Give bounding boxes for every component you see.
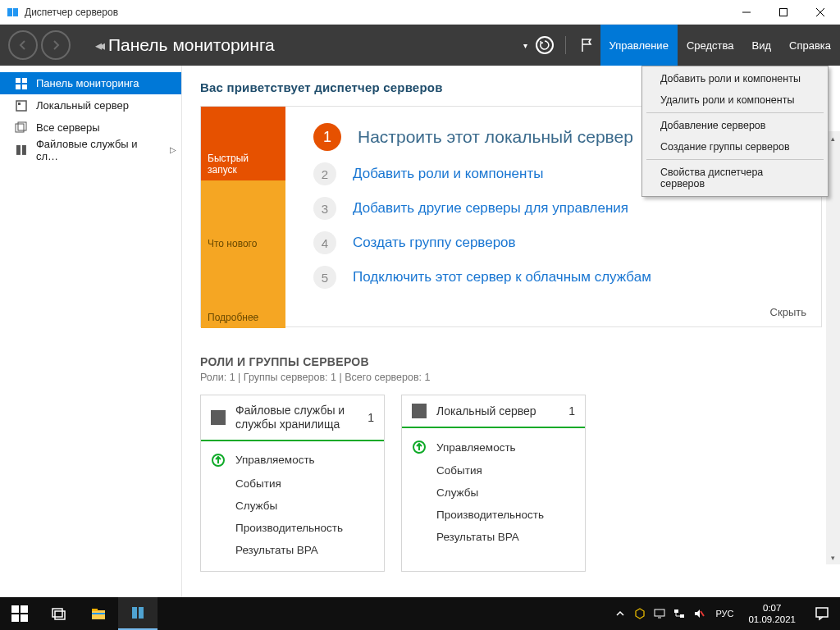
roles-heading: РОЛИ И ГРУППЫ СЕРВЕРОВ [200,355,822,368]
dropdown-create-group[interactable]: Создание группы серверов [644,136,826,158]
svg-rect-7 [22,78,27,83]
menu-help[interactable]: Справка [780,25,840,66]
action-center-button[interactable] [804,597,840,630]
servers-icon [15,121,28,135]
tile-learn-more[interactable]: Подробнее [201,254,285,328]
window-controls [728,0,838,25]
tray-up-icon[interactable] [610,597,630,630]
nav-forward-button[interactable] [41,30,71,60]
svg-rect-8 [16,84,21,89]
tray-volume-icon[interactable] [689,597,709,630]
app-icon [7,6,20,19]
scroll-down-button[interactable]: ▾ [826,550,840,564]
card-title: Файловые службы и службы хранилища [235,404,358,431]
refresh-button[interactable] [531,25,559,66]
sidebar-item-label: Локальный сервер [36,99,129,112]
clock-time: 0:07 [748,602,796,614]
tray-box-icon[interactable] [630,597,650,630]
start-button[interactable] [0,597,39,630]
step-3[interactable]: 3Добавить другие серверы для управления [313,197,813,220]
manage-dropdown-menu: Добавить роли и компоненты Удалить роли … [641,66,829,197]
maximize-button[interactable] [765,0,801,25]
menu-view[interactable]: Вид [742,25,780,66]
svg-rect-28 [139,607,144,619]
hide-link[interactable]: Скрыть [770,306,806,318]
menu-manage[interactable]: Управление [600,25,678,66]
sidebar-item-all-servers[interactable]: Все серверы [0,116,181,139]
clock-date: 01.09.2021 [748,614,796,625]
svg-rect-15 [22,145,26,155]
tray-display-icon[interactable] [650,597,669,630]
dropdown-separator [646,159,824,160]
sidebar-item-local-server[interactable]: Локальный сервер [0,94,181,116]
card-row-bpa[interactable]: Результаты BPA [412,526,575,548]
tile-whats-new[interactable]: Что нового [201,180,285,254]
breadcrumb[interactable]: ◂◂ Панель мониторинга [95,35,275,55]
svg-rect-24 [92,610,105,619]
close-button[interactable] [801,0,838,25]
server-manager-button[interactable] [118,597,158,630]
svg-rect-26 [92,613,105,614]
dropdown-add-servers[interactable]: Добавление серверов [644,115,826,136]
card-file-services[interactable]: Файловые службы и службы хранилища 1 Упр… [200,395,385,572]
menu-tools[interactable]: Средства [678,25,743,66]
menu-bar: Управление Средства Вид Справка [600,25,840,66]
address-dropdown-caret[interactable]: ▾ [523,41,527,50]
svg-rect-0 [7,8,12,16]
svg-rect-1 [13,8,18,16]
server-icon [15,99,28,112]
header-toolbar: ◂◂ Панель мониторинга ▾ Управление Средс… [0,25,840,66]
svg-rect-21 [21,614,28,622]
sidebar-item-label: Все серверы [36,121,100,134]
dropdown-properties[interactable]: Свойства диспетчера серверов [644,162,826,194]
card-count: 1 [568,404,575,418]
svg-rect-3 [779,8,787,16]
svg-rect-34 [816,608,828,617]
card-row-events[interactable]: События [211,472,374,495]
step-5[interactable]: 5Подключить этот сервер к облачным служб… [313,266,813,289]
sidebar-item-dashboard[interactable]: Панель мониторинга [0,72,181,94]
notifications-flag-icon[interactable] [573,25,600,66]
breadcrumb-chevron-icon: ◂◂ [95,38,102,53]
tray-network-icon[interactable] [669,597,689,630]
tile-column: Быстрый запуск Что нового Подробнее [201,107,285,326]
dropdown-remove-roles[interactable]: Удалить роли и компоненты [644,89,826,111]
svg-rect-11 [18,103,21,105]
expand-chevron-icon[interactable]: ▷ [170,145,176,154]
sidebar-item-label: Панель мониторинга [36,77,139,89]
card-row-performance[interactable]: Производительность [412,504,575,526]
card-count: 1 [368,411,374,424]
card-row-events[interactable]: События [412,459,575,482]
svg-rect-14 [16,145,21,155]
card-row-manageability[interactable]: Управляемость [211,448,374,472]
server-tile-icon [412,404,427,418]
sidebar: Панель мониторинга Локальный сервер Все … [0,66,182,597]
card-row-bpa[interactable]: Результаты BPA [211,539,374,561]
language-indicator[interactable]: РУС [709,609,740,619]
clock[interactable]: 0:07 01.09.2021 [740,602,804,626]
card-row-services[interactable]: Службы [211,495,374,517]
task-view-button[interactable] [39,597,79,630]
sidebar-item-file-services[interactable]: Файловые службы и сл… ▷ [0,139,181,161]
card-row-manageability[interactable]: Управляемость [412,435,575,459]
taskbar: РУС 0:07 01.09.2021 [0,597,840,630]
dropdown-add-roles[interactable]: Добавить роли и компоненты [644,68,826,89]
card-row-services[interactable]: Службы [412,482,575,504]
tile-quick-start[interactable]: Быстрый запуск [201,107,285,180]
nav-back-button[interactable] [8,30,38,60]
file-explorer-button[interactable] [79,597,118,630]
sidebar-item-label: Файловые службы и сл… [36,138,162,162]
minimize-button[interactable] [728,0,765,25]
svg-rect-18 [11,605,19,613]
storage-icon [211,410,226,425]
step-4[interactable]: 4Создать группу серверов [313,231,813,254]
titlebar: Диспетчер серверов [0,0,840,25]
card-row-performance[interactable]: Производительность [211,517,374,539]
card-local-server[interactable]: Локальный сервер 1 Управляемость События… [401,395,586,572]
status-up-icon [211,453,226,468]
file-services-icon [15,144,28,157]
status-up-icon [412,440,427,454]
breadcrumb-text: Панель мониторинга [108,35,275,55]
scroll-track[interactable] [826,145,840,550]
svg-rect-31 [674,609,678,613]
